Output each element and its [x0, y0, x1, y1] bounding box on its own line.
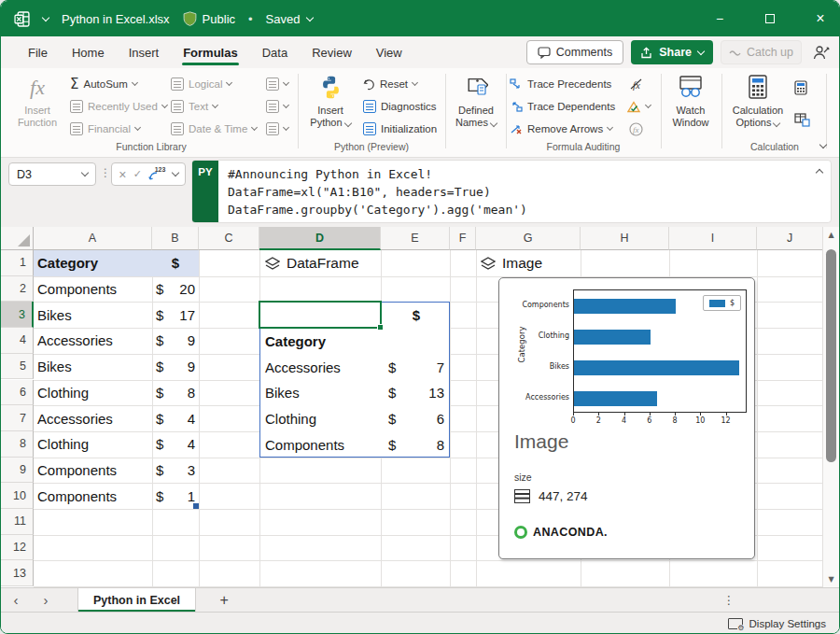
- more-functions-button[interactable]: [266, 119, 288, 139]
- people-icon[interactable]: [813, 45, 830, 60]
- row-header-9[interactable]: 9: [1, 458, 34, 484]
- row-header-1[interactable]: 1: [1, 250, 34, 276]
- saved-status[interactable]: Saved: [266, 12, 314, 26]
- column-header-B[interactable]: B: [152, 227, 199, 250]
- row-header-8[interactable]: 8: [1, 431, 34, 458]
- active-cell-D3[interactable]: [259, 301, 382, 329]
- row-header-5[interactable]: 5: [1, 354, 34, 380]
- row-header-6[interactable]: 6: [1, 380, 34, 406]
- dataframe-cell-label[interactable]: DataFrame: [265, 250, 359, 276]
- trace-dependents-button[interactable]: Trace Dependents: [510, 96, 615, 117]
- insert-function-button[interactable]: fx Insert Function: [8, 72, 66, 129]
- excel-app-icon[interactable]: [14, 11, 30, 27]
- column-header-E[interactable]: E: [381, 227, 450, 250]
- cell-B3[interactable]: $17: [152, 302, 199, 328]
- diagnostics-button[interactable]: Diagnostics: [363, 96, 436, 117]
- watch-window-button[interactable]: Watch Window: [662, 72, 720, 129]
- calculation-options-button[interactable]: Calculation Options: [727, 72, 789, 129]
- financial-button[interactable]: Financial: [70, 119, 140, 139]
- cell-B4[interactable]: $9: [152, 328, 199, 354]
- enter-icon[interactable]: ✓: [133, 168, 142, 180]
- scroll-up-icon[interactable]: ▲: [823, 231, 839, 239]
- column-header-G[interactable]: G: [476, 227, 581, 250]
- formula-bar-drag-handle[interactable]: ⋮: [100, 166, 111, 179]
- defined-names-button[interactable]: Defined Names: [447, 72, 505, 129]
- row-header-2[interactable]: 2: [1, 276, 34, 303]
- trace-precedents-button[interactable]: Trace Precedents: [510, 74, 611, 94]
- quick-access-chevron-icon[interactable]: [42, 13, 49, 21]
- row-header-11[interactable]: 11: [1, 509, 34, 535]
- error-checking-button[interactable]: [627, 96, 651, 117]
- cell-B9[interactable]: $3: [152, 458, 199, 484]
- cell-A3[interactable]: Bikes: [34, 302, 152, 328]
- column-header-C[interactable]: C: [199, 227, 259, 250]
- name-box[interactable]: D3: [8, 162, 96, 186]
- display-settings-label[interactable]: Display Settings: [749, 618, 826, 629]
- reset-button[interactable]: Reset: [363, 74, 417, 94]
- minimize-button[interactable]: −: [701, 1, 738, 36]
- insert-python-button[interactable]: Insert Python: [301, 72, 359, 129]
- comments-button[interactable]: Comments: [526, 40, 623, 64]
- tab-data[interactable]: Data: [250, 36, 300, 68]
- sheet-tab-options-icon[interactable]: ⋮: [723, 588, 735, 612]
- cell-B5[interactable]: $9: [152, 354, 199, 380]
- share-button[interactable]: Share: [631, 40, 713, 64]
- cell-B8[interactable]: $4: [152, 431, 199, 458]
- tab-home[interactable]: Home: [60, 36, 117, 68]
- vertical-scrollbar[interactable]: ▲ ▼: [822, 227, 839, 587]
- scroll-down-icon[interactable]: ▼: [823, 575, 839, 584]
- column-header-A[interactable]: A: [34, 227, 152, 250]
- catch-up-button[interactable]: Catch up: [721, 40, 802, 64]
- scrollbar-thumb[interactable]: [826, 249, 836, 462]
- cell-B10[interactable]: $1: [152, 483, 199, 509]
- column-header-D[interactable]: D: [259, 227, 381, 250]
- row-header-3[interactable]: 3: [1, 302, 34, 328]
- cell-A8[interactable]: Clothing: [34, 431, 152, 458]
- column-header-J[interactable]: J: [757, 227, 823, 250]
- row-header-12[interactable]: 12: [1, 535, 34, 561]
- lookup-reference-button[interactable]: [266, 74, 288, 94]
- column-header-H[interactable]: H: [581, 227, 669, 250]
- calculate-now-button[interactable]: [794, 77, 808, 98]
- sensitivity-label[interactable]: Public: [183, 11, 235, 26]
- calculate-sheet-button[interactable]: [794, 109, 810, 130]
- prev-sheet-icon[interactable]: ‹: [1, 588, 31, 612]
- remove-arrows-button[interactable]: Remove Arrows: [510, 119, 612, 139]
- text-button[interactable]: Text: [171, 96, 217, 117]
- row-header-10[interactable]: 10: [1, 483, 34, 509]
- row-header-13[interactable]: 13: [1, 560, 34, 586]
- math-trig-button[interactable]: [266, 96, 288, 117]
- logical-button[interactable]: Logical: [171, 74, 231, 94]
- cell-A10[interactable]: Components: [34, 483, 152, 509]
- tab-formulas[interactable]: Formulas: [171, 36, 250, 68]
- image-data-card[interactable]: Category $ ComponentsClothingBikesAccess…: [498, 277, 755, 559]
- show-formulas-button[interactable]: fx: [629, 74, 644, 94]
- column-header-I[interactable]: I: [669, 227, 757, 250]
- insert-python-object-icon[interactable]: 123: [148, 167, 165, 182]
- card-size-row[interactable]: 447, 274: [514, 489, 588, 503]
- recently-used-button[interactable]: Recently Used: [70, 96, 167, 117]
- cell-A2[interactable]: Components: [34, 276, 152, 303]
- cancel-icon[interactable]: ×: [119, 167, 126, 182]
- spreadsheet-grid[interactable]: ABCDEFGHIJ 12345678910111213 Category$Co…: [1, 227, 823, 587]
- cell-B6[interactable]: $8: [152, 380, 199, 406]
- row-header-7[interactable]: 7: [1, 405, 34, 431]
- cell-B1[interactable]: $: [152, 250, 199, 276]
- tab-insert[interactable]: Insert: [117, 36, 172, 68]
- tab-file[interactable]: File: [16, 36, 60, 68]
- sheet-tab-python-in-excel[interactable]: Python in Excel: [77, 588, 196, 612]
- date-time-button[interactable]: Date & Time: [171, 119, 257, 139]
- document-title[interactable]: Python in Excel.xlsx: [62, 12, 170, 26]
- row-header-4[interactable]: 4: [1, 328, 34, 354]
- fill-handle[interactable]: [377, 324, 384, 331]
- cell-B7[interactable]: $4: [152, 405, 199, 431]
- cell-A7[interactable]: Accessories: [34, 405, 152, 431]
- tab-review[interactable]: Review: [300, 36, 364, 68]
- close-button[interactable]: ×: [802, 1, 839, 36]
- autosum-button[interactable]: Σ AutoSum: [70, 74, 137, 94]
- formula-input[interactable]: PY #Announcing Python in Excel! DataFram…: [191, 160, 832, 223]
- new-sheet-button[interactable]: +: [196, 588, 252, 612]
- maximize-button[interactable]: [751, 1, 789, 36]
- select-all-corner[interactable]: [1, 227, 34, 250]
- next-sheet-icon[interactable]: ›: [31, 588, 61, 612]
